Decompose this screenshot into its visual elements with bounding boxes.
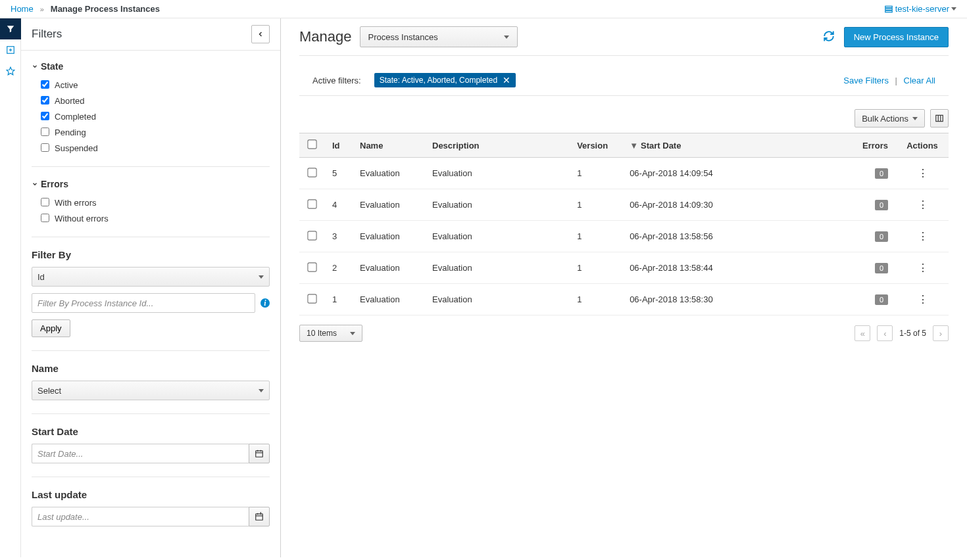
filter-state-toggle[interactable]: State <box>32 61 270 72</box>
cell-id: 5 <box>324 158 352 189</box>
filter-section-start-date: Start Date <box>32 426 270 463</box>
filter-errors-option[interactable]: With errors <box>41 197 270 208</box>
cell-name: Evaluation <box>352 252 424 284</box>
filter-errors-toggle[interactable]: Errors <box>32 179 270 189</box>
cell-description: Evaluation <box>424 284 569 315</box>
checkbox-completed[interactable] <box>41 112 49 120</box>
clear-all-link[interactable]: Clear All <box>904 76 935 85</box>
process-instances-table: Id Name Description Version ▼Start Date … <box>299 133 949 315</box>
bulk-actions-button[interactable]: Bulk Actions <box>855 109 925 128</box>
filter-by-title: Filter By <box>32 249 270 260</box>
header-description[interactable]: Description <box>424 133 569 158</box>
row-checkbox[interactable] <box>307 199 316 208</box>
last-update-input[interactable] <box>32 507 249 526</box>
rail-favorite-button[interactable] <box>0 60 21 82</box>
filter-section-errors: Errors With errors Without errors <box>32 179 270 223</box>
filter-name-title: Name <box>32 363 270 374</box>
cell-version: 1 <box>569 252 622 284</box>
cell-id: 2 <box>324 252 352 284</box>
filter-errors-option[interactable]: Without errors <box>41 213 270 223</box>
plus-box-icon <box>6 45 15 55</box>
cell-start-date: 06-Apr-2018 14:09:54 <box>622 158 850 189</box>
checkbox-pending[interactable] <box>41 128 49 136</box>
cell-start-date: 06-Apr-2018 13:58:30 <box>622 284 850 315</box>
select-all-checkbox[interactable] <box>307 139 316 149</box>
pager-prev-button[interactable]: ‹ <box>877 325 893 341</box>
pagination-bar: 10 Items « ‹ 1-5 of 5 › <box>299 325 949 342</box>
header-version[interactable]: Version <box>569 133 622 158</box>
new-process-instance-button[interactable]: New Process Instance <box>844 27 949 47</box>
error-badge: 0 <box>875 168 888 179</box>
filter-state-option[interactable]: Active <box>41 80 270 90</box>
checkbox-active[interactable] <box>41 80 49 89</box>
cell-description: Evaluation <box>424 158 569 189</box>
rail-add-button[interactable] <box>0 39 21 60</box>
table-header-row: Id Name Description Version ▼Start Date … <box>299 133 949 158</box>
header-start-date[interactable]: ▼Start Date <box>622 133 850 158</box>
separator: | <box>895 76 897 85</box>
columns-button[interactable] <box>930 109 949 128</box>
breadcrumb-current: Manage Process Instances <box>51 4 160 14</box>
row-actions-button[interactable]: ⋮ <box>918 198 928 211</box>
filter-state-option[interactable]: Pending <box>41 127 270 137</box>
checkbox-aborted[interactable] <box>41 96 49 105</box>
table-row[interactable]: 3 Evaluation Evaluation 1 06-Apr-2018 13… <box>299 221 949 252</box>
row-checkbox[interactable] <box>307 231 316 240</box>
server-selector[interactable]: test-kie-server <box>884 4 956 14</box>
manage-dropdown-value: Process Instances <box>368 32 438 42</box>
apply-button[interactable]: Apply <box>32 319 70 337</box>
cell-name: Evaluation <box>352 158 424 189</box>
row-actions-button[interactable]: ⋮ <box>918 262 928 274</box>
remove-filter-button[interactable]: ✕ <box>503 76 510 85</box>
filter-toggle-button[interactable] <box>0 18 21 39</box>
filter-state-option[interactable]: Completed <box>41 111 270 122</box>
filter-actions: Save Filters | Clear All <box>843 76 935 85</box>
cell-version: 1 <box>569 221 622 252</box>
checkbox-without-errors[interactable] <box>41 214 49 222</box>
row-checkbox[interactable] <box>307 294 316 303</box>
main-content: Manage Process Instances New Process Ins… <box>281 18 967 557</box>
row-actions-button[interactable]: ⋮ <box>918 230 928 243</box>
row-checkbox[interactable] <box>307 262 316 271</box>
header-errors[interactable]: Errors <box>850 133 896 158</box>
breadcrumb-separator: » <box>40 5 44 13</box>
cell-start-date: 06-Apr-2018 14:09:30 <box>622 189 850 221</box>
table-row[interactable]: 5 Evaluation Evaluation 1 06-Apr-2018 14… <box>299 158 949 189</box>
collapse-filters-button[interactable] <box>251 25 270 43</box>
breadcrumb: Home » Manage Process Instances <box>11 4 160 14</box>
page-title: Manage <box>299 28 352 45</box>
row-actions-button[interactable]: ⋮ <box>918 293 928 306</box>
breadcrumb-home-link[interactable]: Home <box>11 4 34 14</box>
breadcrumb-bar: Home » Manage Process Instances test-kie… <box>0 0 967 18</box>
checkbox-suspended[interactable] <box>41 143 49 152</box>
cell-version: 1 <box>569 189 622 221</box>
filter-state-option[interactable]: Aborted <box>41 95 270 106</box>
filter-by-input[interactable] <box>32 293 255 313</box>
table-row[interactable]: 4 Evaluation Evaluation 1 06-Apr-2018 14… <box>299 189 949 221</box>
table-row[interactable]: 2 Evaluation Evaluation 1 06-Apr-2018 13… <box>299 252 949 284</box>
manage-dropdown[interactable]: Process Instances <box>360 26 518 47</box>
divider <box>32 413 270 414</box>
checkbox-with-errors[interactable] <box>41 198 49 206</box>
error-badge: 0 <box>875 294 888 305</box>
header-name[interactable]: Name <box>352 133 424 158</box>
pager-next-button[interactable]: › <box>933 325 949 341</box>
cell-id: 3 <box>324 221 352 252</box>
pager-first-button[interactable]: « <box>855 325 870 341</box>
row-actions-button[interactable]: ⋮ <box>918 167 928 179</box>
filter-name-select[interactable]: Select <box>32 381 270 400</box>
start-date-calendar-button[interactable] <box>249 444 270 463</box>
row-checkbox[interactable] <box>307 168 316 177</box>
svg-rect-2 <box>885 11 892 12</box>
save-filters-link[interactable]: Save Filters <box>843 76 889 85</box>
chevron-left-icon <box>257 30 264 38</box>
header-id[interactable]: Id <box>324 133 352 158</box>
filter-state-option[interactable]: Suspended <box>41 143 270 153</box>
page-size-selector[interactable]: 10 Items <box>299 325 362 342</box>
start-date-input[interactable] <box>32 444 249 463</box>
last-update-calendar-button[interactable] <box>249 507 270 526</box>
info-icon[interactable]: i <box>260 298 270 308</box>
filter-by-select[interactable]: Id <box>32 267 270 287</box>
refresh-button[interactable] <box>823 30 835 44</box>
table-row[interactable]: 1 Evaluation Evaluation 1 06-Apr-2018 13… <box>299 284 949 315</box>
